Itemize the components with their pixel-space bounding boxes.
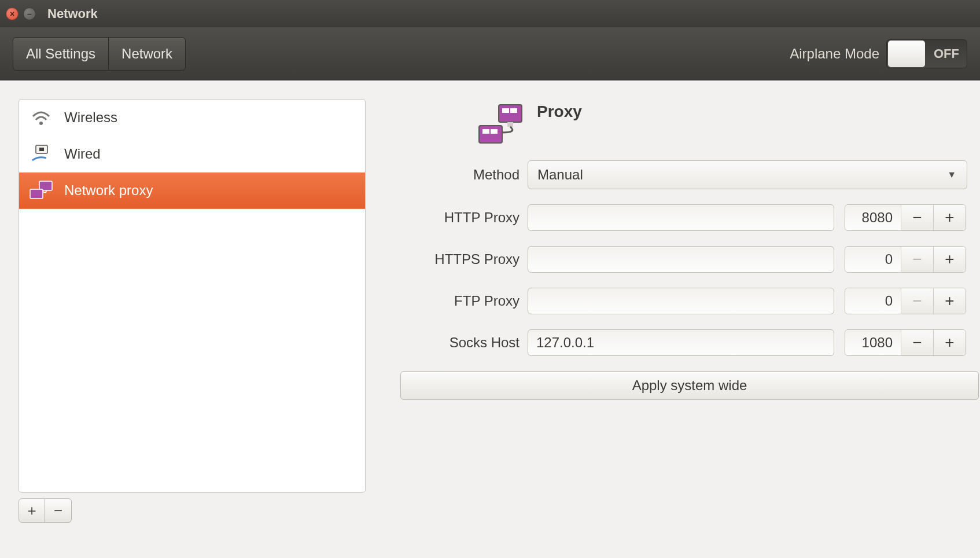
socks-host-label: Socks Host [389,335,528,351]
wifi-icon [28,107,54,128]
sidebar-item-wireless[interactable]: Wireless [19,100,365,136]
http-proxy-label: HTTP Proxy [389,210,528,226]
add-connection-button[interactable]: + [19,498,45,523]
https-proxy-port-increment[interactable]: + [933,247,966,272]
ethernet-icon [28,144,54,164]
http-proxy-host-input[interactable] [528,204,834,231]
method-select[interactable]: Manual ▼ [528,160,967,189]
proxy-header-icon [476,102,526,145]
main-area: Wireless Wired [0,80,980,558]
network-crumb-button[interactable]: Network [109,37,186,71]
panel-header: Proxy [389,102,979,145]
sidebar-item-network-proxy[interactable]: Network proxy [19,172,365,209]
svg-rect-9 [479,126,502,143]
toggle-thumb [888,41,925,67]
svg-rect-11 [491,129,498,134]
socks-host-row: Socks Host 1080 − + [389,329,979,356]
method-value: Manual [537,167,583,183]
method-label: Method [389,167,528,183]
svg-rect-5 [499,105,522,122]
socks-port-decrement[interactable]: − [901,330,933,355]
ftp-proxy-port-spinner: 0 − + [845,288,966,314]
socks-host-input[interactable] [528,329,834,356]
sidebar-wrap: Wireless Wired [19,99,366,539]
airplane-mode-toggle[interactable]: OFF [886,39,967,68]
https-proxy-row: HTTPS Proxy 0 − + [389,246,979,273]
connection-list: Wireless Wired [19,99,366,493]
svg-rect-4 [30,189,43,199]
proxy-icon [28,180,54,201]
svg-point-0 [39,122,43,125]
chevron-down-icon: ▼ [947,170,956,180]
window-title: Network [47,6,98,21]
minimize-window-button[interactable]: – [23,8,36,20]
https-proxy-port-spinner: 0 − + [845,246,966,273]
ftp-proxy-port-decrement[interactable]: − [901,288,933,314]
svg-rect-10 [482,129,489,134]
http-proxy-port-value[interactable]: 8080 [845,205,901,230]
ftp-proxy-port-value[interactable]: 0 [845,288,901,314]
sidebar-item-label: Wired [64,146,101,162]
titlebar: × – Network [0,0,980,27]
svg-rect-2 [39,148,44,151]
http-proxy-port-decrement[interactable]: − [901,205,933,230]
window-controls: × – [6,8,36,20]
apply-system-wide-button[interactable]: Apply system wide [400,371,979,400]
socks-port-spinner: 1080 − + [845,329,966,356]
toolbar: All Settings Network Airplane Mode OFF [0,27,980,80]
sidebar-item-label: Wireless [64,109,117,126]
socks-port-increment[interactable]: + [933,330,966,355]
all-settings-button[interactable]: All Settings [13,37,109,71]
socks-port-value[interactable]: 1080 [845,330,901,355]
ftp-proxy-label: FTP Proxy [389,293,528,309]
sidebar-item-label: Network proxy [64,182,153,199]
ftp-proxy-port-increment[interactable]: + [933,288,966,314]
airplane-mode-label: Airplane Mode [790,46,879,62]
http-proxy-row: HTTP Proxy 8080 − + [389,204,979,231]
sidebar-buttons: + − [19,498,366,523]
https-proxy-label: HTTPS Proxy [389,251,528,267]
ftp-proxy-row: FTP Proxy 0 − + [389,288,979,314]
http-proxy-port-increment[interactable]: + [933,205,966,230]
sidebar-item-wired[interactable]: Wired [19,136,365,172]
remove-connection-button[interactable]: − [45,498,72,523]
method-row: Method Manual ▼ [389,160,979,189]
svg-rect-8 [507,122,513,127]
toggle-state-label: OFF [926,46,967,61]
ftp-proxy-host-input[interactable] [528,288,834,314]
https-proxy-host-input[interactable] [528,246,834,273]
svg-rect-6 [502,108,509,113]
https-proxy-port-value[interactable]: 0 [845,247,901,272]
proxy-panel: Proxy Method Manual ▼ HTTP Proxy 8080 − … [389,99,979,539]
close-window-button[interactable]: × [6,8,19,20]
https-proxy-port-decrement[interactable]: − [901,247,933,272]
panel-title: Proxy [537,102,582,121]
svg-rect-7 [510,108,517,113]
http-proxy-port-spinner: 8080 − + [845,204,966,231]
